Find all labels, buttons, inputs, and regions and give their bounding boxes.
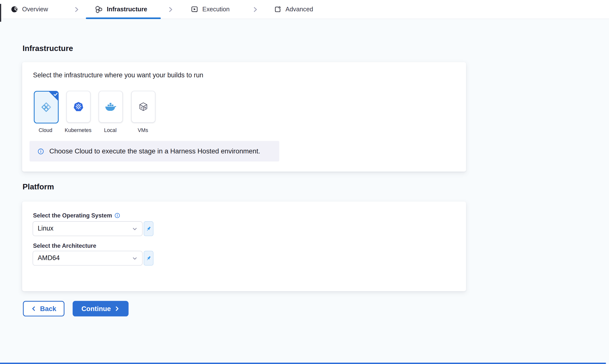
pin-icon xyxy=(146,226,152,232)
back-button[interactable]: Back xyxy=(23,301,65,316)
advanced-gear-icon xyxy=(274,6,281,13)
os-field-label-text: Select the Operating System xyxy=(33,212,112,219)
vm-cube-icon: V M xyxy=(138,102,148,112)
harness-cloud-icon xyxy=(41,102,51,112)
os-select-value: Linux xyxy=(38,225,53,233)
infrastructure-panel: Select the infrastructure where you want… xyxy=(22,62,466,172)
check-icon xyxy=(53,92,58,97)
build-stage-setup-screen: Overview Infrastructure xyxy=(0,0,609,364)
selected-corner-badge xyxy=(48,91,59,101)
arch-field-label: Select the Architecture xyxy=(33,242,96,249)
infra-option-vms-label: VMs xyxy=(123,127,162,134)
arch-select-value: AMD64 xyxy=(38,254,60,262)
os-pin-button[interactable] xyxy=(144,221,153,236)
tab-advanced[interactable]: Advanced xyxy=(274,0,313,19)
os-select[interactable]: Linux xyxy=(33,221,142,236)
platform-section-heading: Platform xyxy=(22,182,54,192)
tab-overview[interactable]: Overview xyxy=(11,0,48,19)
bottom-accent-bar xyxy=(0,363,606,364)
chevron-right-separator-icon xyxy=(168,7,174,14)
os-field-label: Select the Operating System xyxy=(33,212,120,219)
tab-infrastructure[interactable]: Infrastructure xyxy=(95,0,147,19)
infrastructure-hexagons-icon xyxy=(95,6,102,13)
kubernetes-icon xyxy=(73,102,84,112)
back-chevron-icon xyxy=(31,306,36,311)
infra-option-local[interactable] xyxy=(99,91,123,123)
info-icon xyxy=(38,148,44,154)
infrastructure-prompt-text: Select the infrastructure where you want… xyxy=(33,71,203,79)
continue-button-label: Continue xyxy=(81,305,111,313)
infra-option-vms[interactable]: V M xyxy=(131,91,155,123)
cloud-info-banner: Choose Cloud to execute the stage in a H… xyxy=(30,141,279,162)
cloud-info-banner-text: Choose Cloud to execute the stage in a H… xyxy=(49,147,260,155)
execution-play-icon xyxy=(191,6,198,13)
svg-text:V: V xyxy=(141,106,142,109)
continue-button[interactable]: Continue xyxy=(73,301,129,316)
infra-option-kubernetes[interactable] xyxy=(67,91,91,123)
chevron-right-separator-icon xyxy=(253,7,258,14)
pin-icon xyxy=(146,255,152,261)
overview-pie-icon xyxy=(11,6,18,13)
continue-chevron-icon xyxy=(114,306,120,311)
arch-select[interactable]: AMD64 xyxy=(33,251,142,265)
infrastructure-section-heading: Infrastructure xyxy=(22,43,73,53)
tab-infrastructure-label: Infrastructure xyxy=(107,6,147,13)
docker-icon xyxy=(105,102,117,111)
back-button-label: Back xyxy=(40,305,56,313)
tab-overview-label: Overview xyxy=(22,6,48,13)
info-icon[interactable] xyxy=(115,213,120,218)
arch-field-label-text: Select the Architecture xyxy=(33,242,96,249)
tab-execution[interactable]: Execution xyxy=(191,0,230,19)
platform-panel: Select the Operating System Linux xyxy=(22,201,466,291)
stage-wizard-tabbar: Overview Infrastructure xyxy=(0,0,609,19)
tab-advanced-label: Advanced xyxy=(286,6,313,13)
arch-pin-button[interactable] xyxy=(144,251,153,265)
window-edge-sliver xyxy=(0,4,1,22)
chevron-right-separator-icon xyxy=(74,7,80,14)
active-tab-underline xyxy=(86,17,161,19)
tab-execution-label: Execution xyxy=(202,6,230,13)
svg-text:M: M xyxy=(144,106,146,109)
infra-option-cloud[interactable] xyxy=(34,91,59,123)
chevron-down-icon xyxy=(132,256,137,263)
chevron-down-icon xyxy=(132,226,137,233)
